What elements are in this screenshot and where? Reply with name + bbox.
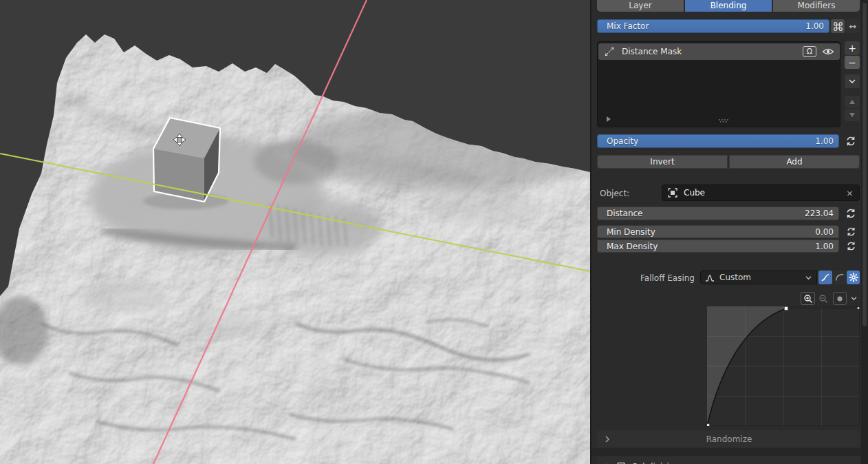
add-button[interactable]: Add [729,155,860,169]
random-curve-icon [705,273,715,282]
tab-modifiers[interactable]: Modifiers [773,0,860,12]
falloff-easing-value: Custom [719,273,805,282]
layer-specials-menu-button[interactable] [845,74,860,88]
falloff-easing-label: Falloff Easing [592,273,695,283]
gear-icon [849,273,858,282]
mask-icon[interactable]: Ω [803,46,816,57]
layer-list[interactable]: Distance Mask Ω [597,41,840,127]
arrows-lr-icon: ↔ [849,21,857,32]
remove-layer-button[interactable]: − [845,56,860,69]
move-layer-down-button[interactable] [845,109,860,121]
min-density-slider[interactable]: Min Density 0.00 [597,225,839,238]
s-curve-icon [821,273,830,282]
mix-factor-slider[interactable]: Mix Factor 1.00 [597,19,829,33]
move-layer-up-button[interactable] [845,96,860,108]
opacity-slider[interactable]: Opacity 1.00 [597,134,839,148]
zoom-out-icon [818,294,828,304]
invert-button[interactable]: Invert [597,155,728,169]
list-resize-grip[interactable] [719,119,728,122]
cycle-refresh-icon [846,241,856,251]
mix-factor-label: Mix Factor [607,21,649,31]
triangle-up-icon [849,100,855,104]
ease-curve-icon [835,273,845,282]
chevron-right-icon [604,434,611,444]
properties-panel: Layer Blending Modifiers Mix Factor 1.00… [592,0,868,464]
command-loops-icon [833,21,843,32]
eye-visibility-icon[interactable] [822,48,834,56]
falloff-easing-dropdown[interactable]: Custom [700,271,817,284]
distance-label: Distance [607,209,642,218]
max-density-refresh-button[interactable] [843,240,858,252]
chevron-down-icon [848,78,856,84]
curve-point-style-button[interactable] [833,292,847,305]
scrollbar-thumb[interactable] [862,3,867,326]
object-data-icon [667,187,678,198]
distance-refresh-button[interactable] [843,207,858,220]
max-density-value: 1.00 [815,242,834,251]
min-density-refresh-button[interactable] [843,226,858,238]
falloff-curve-widget[interactable] [707,306,860,426]
curve-zoom-in-button[interactable] [801,292,815,305]
object-label: Object: [600,189,629,198]
opacity-label: Opacity [607,136,638,146]
curve-point-end[interactable] [857,307,859,309]
mix-factor-value: 1.00 [805,21,824,31]
opacity-refresh-button[interactable] [843,135,858,147]
max-density-slider[interactable]: Max Density 1.00 [597,240,839,253]
panel-gap [592,448,861,456]
falloff-settings-button[interactable] [847,271,860,284]
distance-icon [604,46,615,57]
panel-scrollbar[interactable] [861,0,868,464]
decorator-button[interactable] [831,19,845,33]
viewport-3d[interactable] [0,0,590,464]
ease-out-toggle[interactable] [833,271,846,284]
randomize-panel-header[interactable]: Randomize [597,430,860,447]
opacity-value: 1.00 [815,136,834,146]
swap-button[interactable]: ↔ [846,19,860,33]
triangle-down-icon [849,113,855,117]
min-density-value: 0.00 [815,227,834,237]
randomize-button[interactable]: Randomize [611,434,847,444]
tab-layer[interactable]: Layer [597,0,684,12]
curve-zoom-out-button[interactable] [816,292,830,305]
distance-slider[interactable]: Distance 223.04 [597,207,839,220]
curve-tools-menu-button[interactable] [848,292,860,305]
cycle-refresh-icon [845,136,856,147]
distance-value: 223.04 [805,209,834,218]
object-field[interactable]: Cube × [662,184,860,201]
point-circle-icon [836,295,843,302]
layer-list-item-distance-mask[interactable]: Distance Mask Ω [598,43,840,60]
chevron-down-icon [850,296,858,301]
object-name: Cube [684,188,846,198]
tab-bar: Layer Blending Modifiers [597,0,860,12]
subdivision-panel-header[interactable]: Subdivision [597,456,860,464]
clear-object-icon[interactable]: × [846,188,854,198]
cycle-refresh-icon [846,226,856,237]
cube-object[interactable] [153,118,220,202]
ease-in-out-toggle[interactable] [818,271,832,284]
max-density-label: Max Density [607,242,658,251]
layer-item-label: Distance Mask [622,47,803,56]
min-density-label: Min Density [607,227,655,237]
tab-blending[interactable]: Blending [685,0,772,12]
add-layer-button[interactable]: + [845,41,860,55]
cycle-refresh-icon [845,208,856,219]
curve-point-selected[interactable] [785,307,788,310]
zoom-in-icon [803,294,813,304]
list-expand-arrow[interactable] [607,116,611,122]
chevron-down-icon [805,275,812,280]
viewport-canvas [0,0,590,464]
